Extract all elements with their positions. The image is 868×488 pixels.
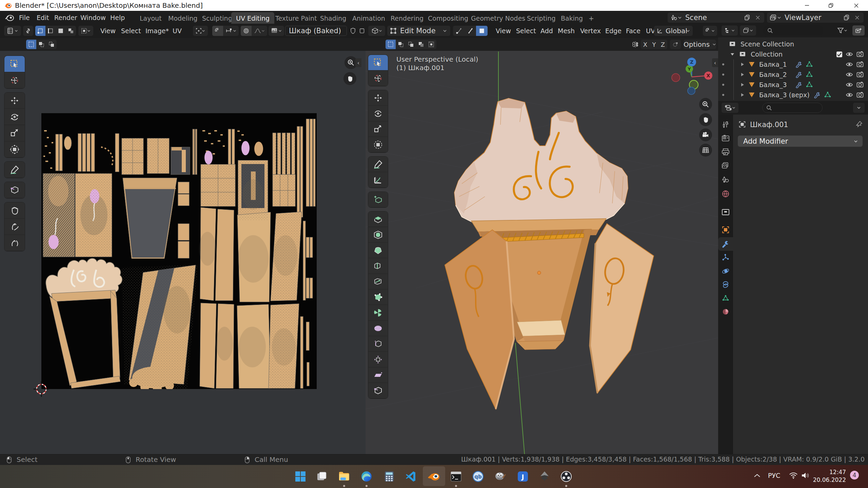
vp-camera-button[interactable]	[699, 128, 712, 141]
tool-rip-region[interactable]	[368, 383, 388, 399]
tool-scale[interactable]	[4, 125, 25, 141]
minimize-button[interactable]	[797, 0, 817, 11]
menu-render[interactable]: Render	[54, 11, 77, 24]
disclosure-down-icon[interactable]	[730, 53, 734, 56]
uv-menu-image[interactable]: Image*	[145, 24, 169, 38]
mode-selector[interactable]: Edit Mode	[387, 26, 450, 36]
view-layer-selector[interactable]: ViewLayer	[767, 13, 864, 23]
select-mode-intersect-button[interactable]	[426, 40, 436, 49]
tab-texture-paint[interactable]: Texture Paint	[271, 12, 322, 24]
disclosure-right-icon[interactable]	[741, 83, 744, 87]
outliner-row-balka1[interactable]: Балка_1	[718, 59, 868, 69]
tab-world[interactable]	[718, 187, 733, 201]
tool-move[interactable]	[4, 93, 25, 109]
language-indicator[interactable]: РУС	[768, 472, 780, 479]
outliner-display-mode[interactable]	[722, 25, 738, 36]
uv-select-vertex-button[interactable]	[35, 26, 45, 36]
uv-pan-button[interactable]	[343, 72, 356, 85]
new-image-button[interactable]	[359, 26, 366, 36]
tool-bevel[interactable]	[368, 243, 388, 258]
vp-menu-uv[interactable]: UV	[646, 24, 655, 38]
tab-layout[interactable]: Layout	[135, 12, 166, 24]
tool-knife[interactable]	[368, 274, 388, 289]
tab-collection-props[interactable]	[718, 205, 733, 219]
tool-spin[interactable]	[368, 305, 388, 321]
tab-output[interactable]	[718, 145, 733, 159]
tab-modeling[interactable]: Modeling	[163, 12, 202, 24]
vp-pan-button[interactable]	[699, 113, 712, 126]
copy-icon[interactable]	[843, 14, 850, 21]
tool-move[interactable]	[368, 90, 388, 106]
uv-snap-target-button[interactable]	[223, 26, 239, 36]
menu-help[interactable]: Help	[110, 11, 125, 24]
camera-icon[interactable]	[856, 51, 864, 57]
outliner-row-scene-collection[interactable]: Scene Collection	[718, 39, 868, 49]
new-collection-button[interactable]	[852, 25, 865, 36]
select-mode-extend-button[interactable]	[36, 40, 46, 49]
wifi-icon[interactable]	[789, 472, 798, 479]
uv-menu-select[interactable]: Select	[121, 24, 141, 38]
disclosure-right-icon[interactable]	[741, 62, 744, 66]
viewport-editor-type-button[interactable]	[368, 26, 385, 36]
tab-compositing[interactable]: Compositing	[423, 12, 473, 24]
tray-clock[interactable]: 12:47 20.06.2022	[812, 468, 846, 484]
tool-cursor[interactable]	[368, 70, 388, 86]
file-explorer-button[interactable]	[337, 470, 351, 483]
tool-measure[interactable]	[368, 172, 388, 188]
tool-annotate[interactable]	[368, 157, 388, 172]
tool-tweak-select[interactable]	[368, 55, 388, 70]
uv-sync-selection-toggle[interactable]	[23, 26, 33, 36]
camera-icon[interactable]	[856, 81, 864, 88]
gimp-button[interactable]	[493, 470, 507, 483]
uv-select-face-button[interactable]	[56, 26, 66, 36]
outliner-filter-image[interactable]	[740, 25, 756, 36]
snap-button[interactable]	[703, 26, 717, 36]
tool-relax[interactable]	[4, 219, 25, 235]
blender-menu-icon[interactable]	[5, 14, 14, 21]
outliner-filter-button[interactable]	[834, 25, 850, 36]
camera-icon[interactable]	[856, 92, 864, 98]
fake-user-shield-button[interactable]	[348, 26, 358, 36]
vp-menu-view[interactable]: View	[496, 24, 511, 38]
tool-transform[interactable]	[4, 141, 25, 158]
select-mode-subtract-button[interactable]	[46, 40, 57, 49]
tab-rendering[interactable]: Rendering	[386, 12, 428, 24]
eye-icon[interactable]	[846, 51, 853, 57]
tab-render[interactable]	[718, 131, 733, 145]
properties-nav-button[interactable]	[722, 103, 738, 113]
tool-add-cube[interactable]	[368, 192, 388, 207]
tab-view-layer[interactable]	[718, 159, 733, 172]
tool-smooth[interactable]	[368, 321, 388, 336]
tab-scene[interactable]	[718, 173, 733, 186]
terminal-button[interactable]	[449, 470, 463, 483]
disclosure-right-icon[interactable]	[741, 73, 744, 77]
inkscape-button[interactable]	[538, 470, 551, 483]
outliner-search[interactable]	[764, 25, 823, 36]
tool-inset[interactable]	[368, 227, 388, 243]
tool-cursor[interactable]	[4, 72, 25, 88]
uv-sticky-mode-button[interactable]	[78, 26, 93, 36]
camera-icon[interactable]	[856, 61, 864, 67]
pin-icon[interactable]	[856, 121, 863, 127]
restore-button[interactable]	[821, 0, 841, 11]
orientation-selector[interactable]: Global	[654, 26, 693, 36]
menu-file[interactable]: File	[19, 11, 30, 24]
proportional-edit-toggle[interactable]	[241, 26, 252, 36]
copy-icon[interactable]	[744, 14, 751, 21]
mirror-y-toggle[interactable]: Y	[650, 40, 658, 49]
eye-icon[interactable]	[846, 92, 853, 98]
tool-rotate[interactable]	[368, 106, 388, 121]
edge-select-button[interactable]	[465, 26, 476, 36]
tab-scripting[interactable]: Scripting	[522, 12, 560, 24]
vp-grid-button[interactable]	[699, 144, 712, 157]
camera-icon[interactable]	[856, 71, 864, 78]
uv-sidebar-collapse[interactable]: ‹	[355, 58, 361, 67]
vp-menu-vertex[interactable]: Vertex	[580, 24, 601, 38]
tool-scale[interactable]	[368, 121, 388, 137]
tab-geometry-nodes[interactable]: Geometry Nodes	[466, 12, 530, 24]
eye-icon[interactable]	[846, 61, 853, 67]
tab-material[interactable]	[718, 305, 733, 319]
tab-baking[interactable]: Baking	[556, 12, 588, 24]
properties-search[interactable]	[762, 103, 823, 113]
tool-shrink-fatten[interactable]	[368, 352, 388, 367]
